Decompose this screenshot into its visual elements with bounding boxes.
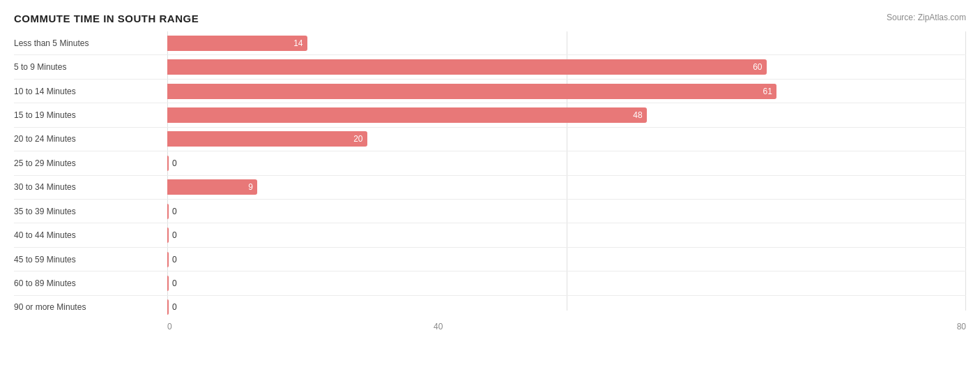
table-row: 90 or more Minutes0 <box>14 296 966 319</box>
bar: 20 <box>167 131 367 147</box>
bar-area: 14 <box>167 31 966 54</box>
bar: 61 <box>167 84 776 99</box>
row-label: 60 to 89 Minutes <box>14 278 167 288</box>
rows-area: Less than 5 Minutes145 to 9 Minutes6010 … <box>14 31 966 319</box>
row-label: 90 or more Minutes <box>14 302 167 312</box>
table-row: 10 to 14 Minutes61 <box>14 80 966 103</box>
bar-value: 9 <box>248 182 253 192</box>
row-label: 20 to 24 Minutes <box>14 134 167 144</box>
table-row: Less than 5 Minutes14 <box>14 31 966 55</box>
bar <box>167 252 169 267</box>
bar-value: 61 <box>763 87 772 96</box>
bar-area: 0 <box>167 200 966 223</box>
row-label: 10 to 14 Minutes <box>14 87 167 96</box>
bar-value: 20 <box>353 134 362 144</box>
row-label: 30 to 34 Minutes <box>14 182 167 192</box>
bar-value: 48 <box>633 110 642 120</box>
row-label: 15 to 19 Minutes <box>14 110 167 120</box>
bar-value: 14 <box>293 38 303 48</box>
chart-body: Less than 5 Minutes145 to 9 Minutes6010 … <box>14 31 966 332</box>
x-tick: 40 <box>434 322 700 332</box>
row-label: Less than 5 Minutes <box>14 38 167 48</box>
bar-value: 0 <box>172 207 177 216</box>
row-label: 25 to 29 Minutes <box>14 158 167 168</box>
table-row: 15 to 19 Minutes48 <box>14 103 966 127</box>
bar-value: 0 <box>172 230 177 240</box>
bar: 14 <box>167 36 307 51</box>
bar-area: 20 <box>167 128 966 151</box>
row-label: 45 to 59 Minutes <box>14 255 167 265</box>
table-row: 25 to 29 Minutes0 <box>14 151 966 175</box>
bar-area: 61 <box>167 80 966 103</box>
bar-value: 0 <box>172 255 177 265</box>
table-row: 45 to 59 Minutes0 <box>14 248 966 271</box>
chart-source: Source: ZipAtlas.com <box>887 13 966 22</box>
table-row: 20 to 24 Minutes20 <box>14 128 966 151</box>
bar: 9 <box>167 179 257 195</box>
bar <box>167 156 169 171</box>
bar <box>167 204 169 219</box>
bar-value: 0 <box>172 302 177 312</box>
bar-area: 0 <box>167 223 966 246</box>
bar: 48 <box>167 107 647 123</box>
bar <box>167 299 169 315</box>
x-tick: 0 <box>167 322 434 332</box>
x-tick: 80 <box>700 322 966 332</box>
bar-area: 0 <box>167 151 966 174</box>
row-label: 5 to 9 Minutes <box>14 62 167 72</box>
table-row: 35 to 39 Minutes0 <box>14 200 966 223</box>
chart-title: COMMUTE TIME IN SOUTH RANGE <box>14 13 199 24</box>
table-row: 40 to 44 Minutes0 <box>14 223 966 247</box>
bar-area: 9 <box>167 176 966 199</box>
bar-value: 60 <box>753 62 762 72</box>
bar-value: 0 <box>172 158 177 168</box>
table-row: 5 to 9 Minutes60 <box>14 55 966 79</box>
bar: 60 <box>167 59 767 75</box>
x-axis: 04080 <box>167 322 966 332</box>
bar <box>167 228 169 243</box>
table-row: 30 to 34 Minutes9 <box>14 176 966 200</box>
bar-area: 0 <box>167 296 966 319</box>
bar <box>167 276 169 291</box>
bar-area: 0 <box>167 271 966 295</box>
bar-area: 48 <box>167 103 966 126</box>
bar-area: 0 <box>167 248 966 271</box>
bar-value: 0 <box>172 278 177 288</box>
row-label: 40 to 44 Minutes <box>14 230 167 240</box>
chart-container: COMMUTE TIME IN SOUTH RANGE Source: ZipA… <box>0 0 980 365</box>
bar-area: 60 <box>167 55 966 78</box>
row-label: 35 to 39 Minutes <box>14 207 167 216</box>
table-row: 60 to 89 Minutes0 <box>14 271 966 295</box>
chart-header: COMMUTE TIME IN SOUTH RANGE Source: ZipA… <box>14 13 966 24</box>
